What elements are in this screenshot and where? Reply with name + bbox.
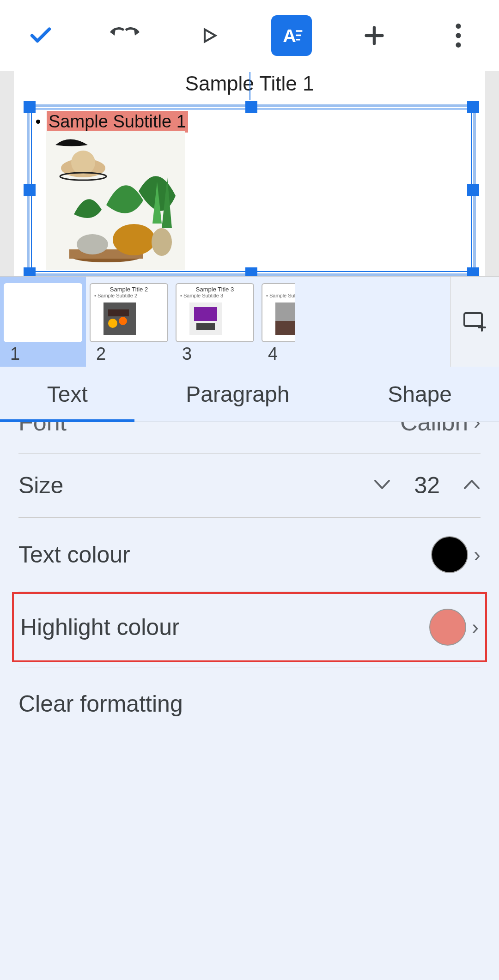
svg-point-13 (77, 234, 108, 254)
svg-point-4 (456, 24, 461, 29)
thumb-number: 2 (90, 342, 106, 364)
highlight-color-row-callout: Highlight colour › (12, 592, 487, 662)
resize-handle[interactable] (24, 267, 36, 276)
slide-thumb-4[interactable]: S Sample Subtit 4 (258, 277, 295, 367)
thumb-number: 4 (262, 342, 278, 364)
thumb-subtitle: Sample Subtitle 3 (176, 293, 253, 298)
thumb-number: 3 (176, 342, 192, 364)
svg-point-18 (119, 317, 127, 325)
resize-handle[interactable] (467, 184, 479, 196)
resize-handle[interactable] (24, 184, 36, 196)
svg-point-14 (113, 224, 155, 255)
font-label: Font (18, 422, 67, 436)
svg-rect-25 (464, 313, 482, 326)
font-row[interactable]: Font Calibri › (18, 422, 481, 454)
size-label: Size (18, 472, 63, 499)
chevron-right-icon: › (474, 543, 481, 566)
thumb-subtitle: Sample Subtit (262, 293, 295, 298)
slide-image-placeholder[interactable] (46, 131, 185, 270)
size-row: Size 32 (18, 454, 481, 518)
overflow-menu-button[interactable] (436, 13, 481, 58)
tab-text[interactable]: Text (0, 367, 134, 422)
current-slide[interactable]: Sample Title 1 Sample Subtitle 1 (14, 71, 485, 276)
tab-paragraph[interactable]: Paragraph (134, 367, 341, 422)
highlight-color-label: Highlight colour (20, 614, 180, 641)
add-slide-button[interactable] (450, 277, 499, 367)
thumb-number: 1 (4, 342, 20, 364)
size-decrease-button[interactable] (373, 479, 391, 492)
thumb-title: Sample Title 2 (91, 284, 167, 293)
resize-handle[interactable] (467, 267, 479, 276)
resize-handle[interactable] (245, 101, 257, 113)
thumb-title: S (262, 284, 295, 293)
highlight-color-row[interactable]: Highlight colour › (20, 609, 479, 646)
bullet-icon (36, 120, 40, 124)
thumb-title: Sample Title 3 (176, 284, 253, 293)
slide-subtitle-row[interactable]: Sample Subtitle 1 (36, 111, 188, 133)
text-color-label: Text colour (18, 541, 130, 568)
svg-rect-1 (296, 30, 303, 32)
svg-rect-22 (196, 323, 215, 330)
svg-rect-3 (296, 39, 300, 41)
svg-rect-21 (194, 307, 217, 321)
svg-rect-2 (296, 35, 302, 36)
svg-rect-24 (275, 321, 295, 335)
slide-subtitle[interactable]: Sample Subtitle 1 (47, 111, 188, 133)
slide-canvas-area: Sample Title 1 Sample Subtitle 1 (0, 71, 499, 276)
format-tabs: Text Paragraph Shape (0, 367, 499, 422)
font-value: Calibri (400, 422, 468, 436)
slide-thumb-1[interactable]: 1 (0, 277, 86, 367)
thumb-subtitle: Sample Subtitle 2 (91, 293, 167, 298)
size-increase-button[interactable] (463, 479, 481, 492)
clear-formatting-row[interactable]: Clear formatting (18, 667, 481, 740)
resize-handle[interactable] (467, 101, 479, 113)
svg-text:A: A (283, 25, 297, 46)
chevron-right-icon: › (472, 616, 479, 639)
resize-handle[interactable] (24, 101, 36, 113)
slide-thumb-2[interactable]: Sample Title 2 Sample Subtitle 2 2 (86, 277, 172, 367)
add-button[interactable] (352, 13, 396, 58)
text-cursor (250, 72, 250, 100)
confirm-button[interactable] (18, 13, 63, 58)
slide-thumb-3[interactable]: Sample Title 3 Sample Subtitle 3 3 (172, 277, 258, 367)
text-format-button[interactable]: A (271, 15, 312, 56)
text-format-panel: Font Calibri › Size 32 Text colour › Hig… (0, 422, 499, 980)
svg-point-15 (152, 228, 172, 256)
svg-point-17 (108, 319, 117, 328)
highlight-color-swatch (429, 609, 466, 646)
svg-point-9 (71, 151, 95, 175)
svg-point-6 (456, 42, 461, 48)
tab-shape[interactable]: Shape (341, 367, 499, 422)
present-button[interactable] (187, 13, 231, 58)
svg-rect-19 (108, 309, 129, 316)
clear-formatting-label: Clear formatting (18, 691, 183, 717)
slide-filmstrip: 1 Sample Title 2 Sample Subtitle 2 2 Sam… (0, 276, 499, 367)
undo-redo-button[interactable] (103, 13, 147, 58)
chevron-right-icon: › (474, 422, 481, 434)
top-toolbar: A (0, 0, 499, 71)
svg-point-5 (456, 33, 461, 38)
size-value: 32 (414, 472, 440, 499)
text-color-row[interactable]: Text colour › (18, 518, 481, 592)
resize-handle[interactable] (245, 267, 257, 276)
text-color-swatch (431, 536, 468, 573)
